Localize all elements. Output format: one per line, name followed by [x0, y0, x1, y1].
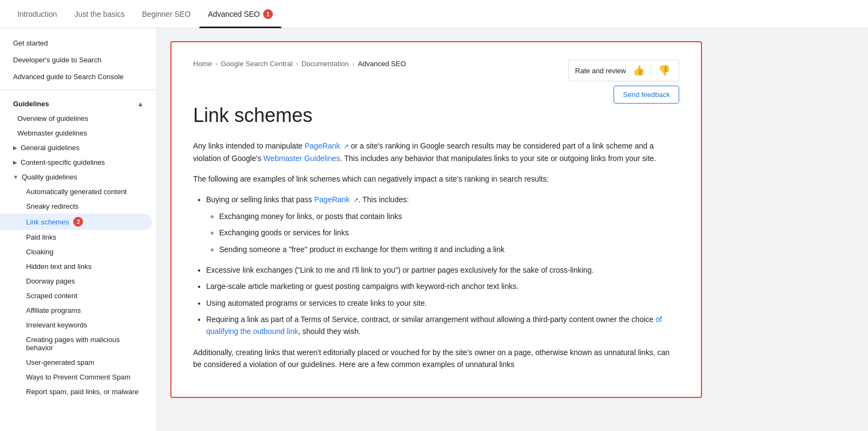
guidelines-chevron-icon: ▲ — [137, 100, 144, 108]
breadcrumb-home[interactable]: Home — [193, 60, 212, 68]
top-nav: Introduction Just the basics Beginner SE… — [0, 0, 868, 28]
sidebar-item-webmaster-guidelines[interactable]: Webmaster guidelines — [0, 126, 157, 140]
list-item-2: Excessive link exchanges ("Link to me an… — [206, 264, 679, 276]
ext-icon-2: ↗ — [353, 195, 359, 205]
thumbdown-button[interactable]: 👎 — [656, 63, 672, 78]
thumbup-button[interactable]: 👍 — [630, 63, 647, 78]
sidebar-divider — [0, 89, 157, 90]
header-right: Rate and review 👍 👎 Send feedback — [568, 60, 679, 104]
rate-review-label: Rate and review — [575, 67, 626, 75]
main-layout: Get started Developer's guide to Search … — [0, 28, 868, 431]
sidebar-item-doorway-pages[interactable]: Doorway pages — [0, 274, 157, 288]
content-body: Any links intended to manipulate PageRan… — [193, 140, 679, 370]
list-item-4: Using automated programs or services to … — [206, 297, 679, 309]
sidebar-item-prevent-comment-spam[interactable]: Ways to Prevent Comment Spam — [0, 370, 157, 384]
sidebar: Get started Developer's guide to Search … — [0, 28, 157, 431]
breadcrumb-sep-3: › — [352, 60, 354, 68]
sidebar-section-guidelines[interactable]: Guidelines ▲ — [0, 94, 157, 111]
sidebar-item-developers-guide[interactable]: Developer's guide to Search — [0, 52, 157, 68]
link-schemes-badge: 2 — [73, 217, 83, 227]
content-area: Home › Google Search Central › Documenta… — [157, 28, 868, 431]
ext-icon-1: ↗ — [343, 141, 349, 152]
sidebar-item-irrelevant-keywords[interactable]: Irrelevant keywords — [0, 318, 157, 332]
sidebar-item-hidden-text[interactable]: Hidden text and links — [0, 259, 157, 274]
general-guidelines-arrow-icon: ▶ — [13, 145, 17, 151]
quality-guidelines-arrow-icon: ▼ — [13, 174, 18, 180]
intro-paragraph-2: The following are examples of link schem… — [193, 173, 679, 185]
sidebar-item-general-guidelines[interactable]: ▶ General guidelines — [0, 140, 157, 155]
breadcrumb-google-search-central[interactable]: Google Search Central — [221, 60, 292, 68]
sidebar-item-cloaking[interactable]: Cloaking — [0, 245, 157, 259]
list-item-1: Buying or selling links that pass PageRa… — [206, 194, 679, 255]
sublist-1: Exchanging money for links, or posts tha… — [219, 210, 679, 255]
rate-review-widget: Rate and review 👍 👎 — [568, 60, 679, 81]
breadcrumb-documentation[interactable]: Documentation — [302, 60, 349, 68]
page-title: Link schemes — [193, 104, 679, 127]
sidebar-item-get-started[interactable]: Get started — [0, 35, 157, 52]
outro-paragraph: Additionally, creating links that weren'… — [193, 346, 679, 371]
sidebar-item-creating-pages-malicious[interactable]: Creating pages with malicious behavior — [0, 332, 157, 355]
sidebar-item-link-schemes[interactable]: Link schemes 2 — [0, 214, 152, 230]
sidebar-item-sneaky-redirects[interactable]: Sneaky redirects — [0, 199, 157, 214]
breadcrumb-sep-1: › — [215, 60, 218, 68]
webmaster-guidelines-link[interactable]: Webmaster Guidelines — [264, 154, 340, 163]
tab-just-the-basics[interactable]: Just the basics — [66, 0, 133, 28]
sidebar-item-advanced-guide[interactable]: Advanced guide to Search Console — [0, 68, 157, 85]
breadcrumb-sep-2: › — [296, 60, 298, 68]
tab-advanced-seo[interactable]: Advanced SEO 1 — [199, 0, 282, 28]
list-item-3: Large-scale article marketing or guest p… — [206, 280, 679, 292]
sidebar-item-quality-guidelines[interactable]: ▼ Quality guidelines — [0, 170, 157, 184]
qualifying-outbound-link[interactable]: of qualifying the outbound link — [206, 315, 662, 336]
sidebar-item-report-spam[interactable]: Report spam, paid links, or malware — [0, 384, 157, 399]
sublist-item-1-3: Sending someone a "free" product in exch… — [219, 243, 679, 255]
intro-paragraph: Any links intended to manipulate PageRan… — [193, 140, 679, 164]
sidebar-item-user-generated-spam[interactable]: User-generated spam — [0, 355, 157, 370]
content-specific-arrow-icon: ▶ — [13, 159, 17, 165]
sidebar-item-overview-guidelines[interactable]: Overview of guidelines — [0, 111, 157, 126]
rate-divider — [651, 65, 652, 76]
send-feedback-button[interactable]: Send feedback — [614, 86, 679, 104]
list-item-5: Requiring a link as part of a Terms of S… — [206, 313, 679, 338]
sidebar-item-auto-generated[interactable]: Automatically generated content — [0, 184, 157, 199]
advanced-seo-badge: 1 — [263, 9, 273, 19]
breadcrumb-current: Advanced SEO — [358, 60, 406, 68]
sidebar-item-affiliate-programs[interactable]: Affiliate programs — [0, 303, 157, 318]
tab-beginner-seo[interactable]: Beginner SEO — [133, 0, 200, 28]
sublist-item-1-1: Exchanging money for links, or posts tha… — [219, 210, 679, 222]
tab-introduction[interactable]: Introduction — [9, 0, 66, 28]
header-row: Home › Google Search Central › Documenta… — [193, 60, 679, 104]
pagerank-link-2[interactable]: PageRank ↗ — [314, 195, 358, 204]
breadcrumb: Home › Google Search Central › Documenta… — [193, 60, 406, 68]
sublist-item-1-2: Exchanging goods or services for links — [219, 227, 679, 239]
link-schemes-list: Buying or selling links that pass PageRa… — [206, 194, 679, 338]
sidebar-item-content-specific[interactable]: ▶ Content-specific guidelines — [0, 155, 157, 170]
pagerank-link-1[interactable]: PageRank ↗ — [304, 141, 348, 150]
sidebar-item-scraped-content[interactable]: Scraped content — [0, 288, 157, 303]
content-card: Home › Google Search Central › Documenta… — [170, 41, 702, 398]
sidebar-item-paid-links[interactable]: Paid links — [0, 230, 157, 245]
